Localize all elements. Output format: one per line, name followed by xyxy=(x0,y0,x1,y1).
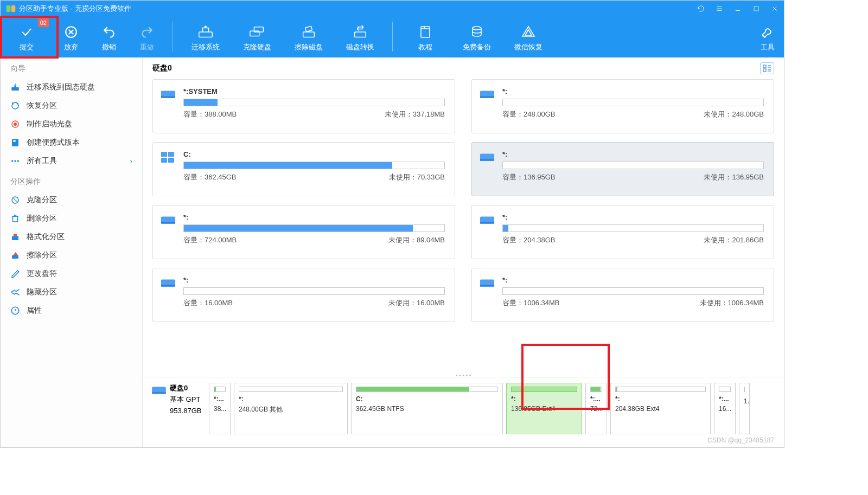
partition-card[interactable]: *: 容量：16.00MB 未使用：16.00MB xyxy=(152,268,455,322)
tools-button[interactable]: 工具 xyxy=(751,20,784,55)
timeline-part-detail: 248.00GB 其他 xyxy=(239,405,343,414)
timeline-part-name: *:... xyxy=(590,395,602,403)
wechat-recover-button[interactable]: 微信恢复 xyxy=(502,20,554,55)
free-label: 未使用：201.86GB xyxy=(704,235,764,245)
sidebar-item-label: 创建便携式版本 xyxy=(27,138,80,147)
svg-rect-1 xyxy=(11,5,16,12)
sidebar-item[interactable]: 格式化分区 xyxy=(1,228,142,246)
timeline-partition[interactable]: *: 136.95GB Ext4 xyxy=(506,383,582,434)
book-icon xyxy=(418,24,433,40)
svg-rect-10 xyxy=(421,27,430,37)
discard-button[interactable]: 放弃 xyxy=(52,20,90,55)
disk-header: 硬盘0 xyxy=(152,63,172,73)
backup-button[interactable]: 免费备份 xyxy=(451,20,502,55)
timeline-partition[interactable]: *:... 72... xyxy=(585,383,607,434)
timeline-partition[interactable]: C: 362.45GB NTFS xyxy=(351,383,503,434)
partition-card[interactable]: *: 容量：136.95GB 未使用：136.95GB xyxy=(471,142,774,196)
svg-rect-18 xyxy=(11,160,13,162)
sidebar-item-label: 更改盘符 xyxy=(27,269,57,279)
sidebar-item[interactable]: 创建便携式版本 xyxy=(1,133,142,152)
sidebar-item-label: 所有工具 xyxy=(27,156,57,166)
drive-icon xyxy=(480,151,495,163)
partition-name: *: xyxy=(183,276,445,284)
tutorial-button[interactable]: 教程 xyxy=(399,20,451,55)
wipe-disk-button[interactable]: 擦除磁盘 xyxy=(283,20,334,55)
timeline-partition[interactable]: *: 204.38GB Ext4 xyxy=(610,383,711,434)
sidebar-item[interactable]: 擦除分区 xyxy=(1,246,142,265)
timeline-usage-bar xyxy=(239,387,343,392)
database-icon xyxy=(469,24,484,40)
minimize-icon[interactable] xyxy=(729,1,747,17)
partition-card[interactable]: C: 容量：362.45GB 未使用：70.33GB xyxy=(152,142,455,196)
refresh-icon[interactable] xyxy=(692,1,710,17)
sidebar-item[interactable]: 属性 xyxy=(1,301,142,320)
svg-rect-9 xyxy=(354,32,366,37)
sidebar-item-label: 克隆分区 xyxy=(27,195,57,205)
disk-icon xyxy=(151,384,167,396)
sidebar-item[interactable]: 迁移系统到固态硬盘 xyxy=(1,78,142,97)
convert-disk-button[interactable]: 磁盘转换 xyxy=(334,20,386,55)
sidebar-item[interactable]: 更改盘符 xyxy=(1,265,142,283)
timeline-part-name: C: xyxy=(356,395,498,403)
sidebar-item[interactable]: 恢复分区 xyxy=(1,97,142,115)
submit-button[interactable]: 02 提交 xyxy=(1,20,52,55)
timeline-part-detail: 72... xyxy=(590,405,602,413)
partition-card[interactable]: *: 容量：1006.34MB 未使用：1006.34MB xyxy=(471,268,774,322)
timeline-partition[interactable]: *:... 38... xyxy=(209,383,231,434)
partition-name: *:SYSTEM xyxy=(183,87,445,95)
svg-rect-12 xyxy=(11,87,19,91)
partition-card[interactable]: *: 容量：204.38GB 未使用：201.86GB xyxy=(471,205,774,259)
capacity-label: 容量：388.00MB xyxy=(183,110,237,119)
partition-card[interactable]: *: 容量：724.00MB 未使用：89.04MB xyxy=(152,205,455,259)
sidebar-item-label: 属性 xyxy=(27,306,42,316)
capacity-label: 容量：362.45GB xyxy=(183,172,237,182)
clone-disk-button[interactable]: 克隆硬盘 xyxy=(231,20,283,55)
wrench-icon xyxy=(761,24,775,40)
partition-card[interactable]: *:SYSTEM 容量：388.00MB 未使用：337.18MB xyxy=(152,79,455,133)
disk-summary[interactable]: 硬盘0 基本 GPT 953.87GB xyxy=(151,383,206,416)
undo-button[interactable]: 撤销 xyxy=(90,20,128,55)
svg-rect-47 xyxy=(152,393,166,394)
capacity-label: 容量：16.00MB xyxy=(183,298,233,308)
partition-name: *: xyxy=(502,213,764,221)
eraser-icon xyxy=(301,24,317,40)
redo-button[interactable]: 重做 xyxy=(128,20,166,55)
sidebar-item-icon xyxy=(10,232,20,242)
timeline-partition[interactable]: *: 248.00GB 其他 xyxy=(234,383,348,434)
usage-bar xyxy=(183,287,445,295)
menu-icon[interactable] xyxy=(710,1,729,17)
svg-rect-41 xyxy=(480,222,494,224)
free-label: 未使用：337.18MB xyxy=(385,110,445,119)
sidebar-item[interactable]: 克隆分区 xyxy=(1,191,142,209)
clone-icon xyxy=(249,24,265,40)
timeline-usage-bar xyxy=(511,387,577,392)
view-toggle-button[interactable] xyxy=(760,62,774,74)
maximize-icon[interactable] xyxy=(747,1,765,17)
sidebar-item[interactable]: 删除分区 xyxy=(1,209,142,228)
capacity-label: 容量：724.00MB xyxy=(183,235,237,245)
timeline-part-detail: 16... xyxy=(719,405,731,413)
partition-card[interactable]: *: 容量：248.00GB 未使用：248.00GB xyxy=(471,79,774,133)
sidebar-item[interactable]: 制作启动光盘 xyxy=(1,115,142,133)
svg-rect-0 xyxy=(7,5,11,12)
close-icon[interactable] xyxy=(765,1,784,17)
svg-rect-37 xyxy=(480,159,494,161)
sidebar-item-label: 恢复分区 xyxy=(27,101,57,111)
timeline-usage-bar xyxy=(719,387,731,392)
svg-rect-17 xyxy=(13,140,16,142)
capacity-label: 容量：1006.34MB xyxy=(502,298,560,308)
sidebar-item[interactable]: 隐藏分区 xyxy=(1,283,142,301)
sidebar-item-label: 制作启动光盘 xyxy=(27,119,72,129)
svg-rect-7 xyxy=(303,32,314,37)
svg-rect-32 xyxy=(161,152,167,157)
partition-name: C: xyxy=(183,150,445,158)
timeline-partition[interactable]: 1. xyxy=(739,383,750,434)
svg-rect-27 xyxy=(763,69,766,72)
timeline-partition[interactable]: *:... 16... xyxy=(714,383,736,434)
triangle-icon xyxy=(521,24,536,40)
migrate-os-button[interactable]: 迁移系统 xyxy=(180,20,231,55)
cancel-icon xyxy=(64,24,78,40)
svg-rect-22 xyxy=(12,236,18,241)
sidebar-item-label: 迁移系统到固态硬盘 xyxy=(27,82,95,92)
sidebar-item[interactable]: 所有工具› xyxy=(1,152,142,170)
